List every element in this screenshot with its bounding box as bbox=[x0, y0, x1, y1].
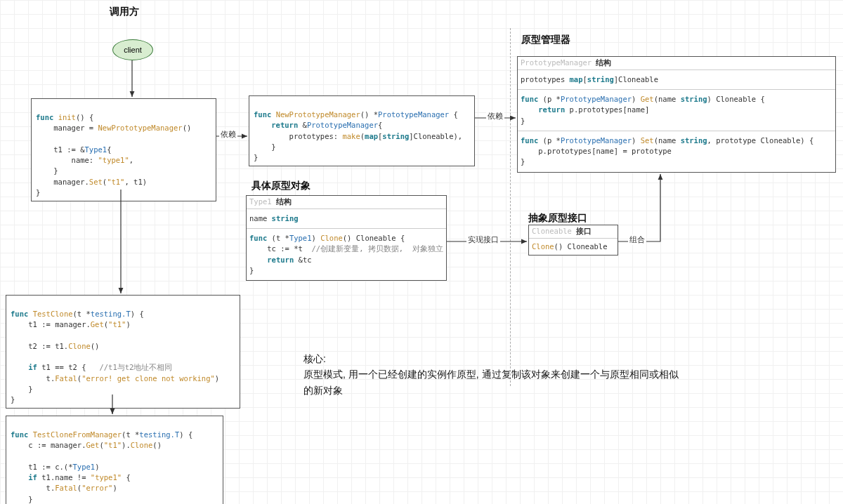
edge-compose: 组合 bbox=[628, 234, 646, 245]
code-init: func init() { manager = NewPrototypeMana… bbox=[31, 98, 216, 201]
code-cloneable: Cloneable 接口 Clone() Cloneable bbox=[528, 225, 618, 256]
type1-clone: func (t *Type1) Clone() Cloneable { tc :… bbox=[247, 228, 446, 280]
separator bbox=[510, 28, 511, 386]
type1-field: name string bbox=[247, 208, 446, 228]
title-concrete: 具体原型对象 bbox=[251, 180, 311, 192]
summary-line1: 核心: bbox=[303, 351, 683, 366]
code-testclone: func TestClone(t *testing.T) { t1 := man… bbox=[6, 295, 240, 409]
edge-dep2: 依赖 bbox=[486, 111, 504, 121]
summary-block: 核心: 原型模式, 用一个已经创建的实例作原型, 通过复制该对象来创建一个与原型… bbox=[303, 351, 683, 398]
code-manager: PrototypeManager 结构 prototypes map[strin… bbox=[517, 56, 836, 173]
type1-head: Type1 Type1 结构结构 bbox=[247, 196, 446, 208]
edge-dep1: 依赖 bbox=[219, 129, 237, 140]
edge-impl: 实现接口 bbox=[466, 234, 500, 245]
manager-field: prototypes map[string]Cloneable bbox=[518, 69, 835, 89]
title-abstract: 抽象原型接口 bbox=[528, 212, 587, 225]
title-manager: 原型管理器 bbox=[521, 34, 570, 46]
code-type1: Type1 Type1 结构结构 name string func (t *Ty… bbox=[246, 195, 447, 281]
cloneable-method: Clone() Cloneable bbox=[529, 238, 617, 255]
node-client-label: client bbox=[124, 46, 142, 54]
summary-line2: 原型模式, 用一个已经创建的实例作原型, 通过复制该对象来创建一个与原型相同或相… bbox=[303, 366, 683, 398]
manager-set: func (p *PrototypeManager) Set(name stri… bbox=[518, 131, 835, 172]
code-newmgr: func NewPrototypeManager() *PrototypeMan… bbox=[249, 95, 475, 166]
code-testclonemgr: func TestCloneFromManager(t *testing.T) … bbox=[6, 416, 223, 504]
cloneable-head: Cloneable 接口 bbox=[529, 225, 617, 238]
title-caller: 调用方 bbox=[110, 6, 139, 18]
manager-get: func (p *PrototypeManager) Get(name stri… bbox=[518, 89, 835, 131]
node-client: client bbox=[112, 39, 153, 60]
manager-head: PrototypeManager 结构 bbox=[518, 57, 835, 69]
